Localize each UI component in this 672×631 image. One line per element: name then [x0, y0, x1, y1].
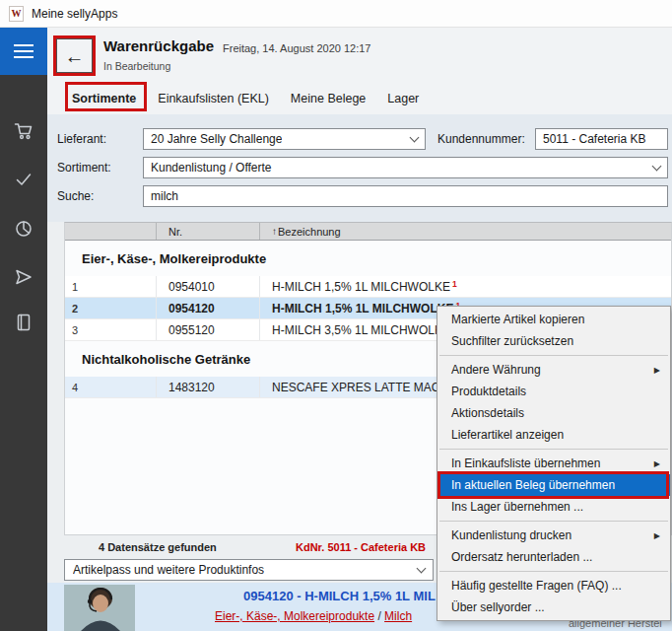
app-logo-icon: W — [9, 6, 24, 22]
back-button[interactable]: ← — [56, 38, 93, 73]
pie-chart-icon — [14, 219, 34, 239]
breadcrumb-link-category[interactable]: Eier-, Käse-, Molkereiprodukte — [215, 609, 374, 623]
tab-sortimente[interactable]: Sortimente — [72, 92, 136, 105]
article-nr-cell: 0954010 — [157, 276, 260, 297]
group-title: Eier-, Käse-, Molkereiprodukte — [82, 251, 266, 266]
search-input[interactable] — [143, 185, 668, 207]
table-header-row: Nr. ↑ Bezeichnung — [65, 223, 671, 241]
title-bar: W Meine sellyApps — [0, 0, 672, 28]
sidebar-item-send[interactable] — [0, 264, 47, 290]
shopping-cart-icon — [14, 121, 34, 141]
sortiment-dropdown[interactable]: Kundenlistung / Offerte — [143, 157, 668, 178]
kundennummer-label: Kundennummer: — [437, 132, 525, 146]
person-photo — [64, 585, 135, 631]
article-name: H-MILCH 3,5% 1L MILCHWOLKE — [272, 323, 450, 337]
menu-item-faq[interactable]: Häufig gestellte Fragen (FAQ) ... — [437, 575, 670, 596]
menu-item-ins-lager-uebernehmen[interactable]: Ins Lager übernehmen ... — [437, 496, 670, 518]
result-count: 4 Datensätze gefunden — [99, 541, 217, 553]
menu-item-in-einkaufsliste-uebernehmen[interactable]: In Einkaufsliste übernehmen▶ — [437, 453, 670, 474]
menu-item-label: Lieferartikel anzeigen — [451, 428, 564, 442]
menu-item-kundenlistung-drucken[interactable]: Kundenlistung drucken▶ — [437, 525, 670, 546]
menu-item-label: Produktdetails — [451, 385, 526, 398]
chevron-down-icon — [652, 161, 662, 171]
sidebar-item-statistics[interactable] — [0, 216, 47, 242]
tab-bar: Sortimente Einkaufslisten (EKL) Meine Be… — [47, 83, 672, 114]
menu-item-suchfilter-zuruecksetzen[interactable]: Suchfilter zurücksetzen — [437, 330, 670, 352]
menu-item-andere-waehrung[interactable]: Andere Währung▶ — [437, 359, 670, 381]
menu-item-label: Häufig gestellte Fragen (FAQ) ... — [451, 579, 622, 593]
column-header-bezeichnung[interactable]: ↑ Bezeichnung — [260, 223, 671, 240]
product-image — [64, 585, 135, 631]
send-icon — [14, 267, 34, 287]
lieferant-dropdown[interactable]: 20 Jahre Selly Challenge — [143, 128, 426, 150]
menu-separator — [439, 355, 668, 356]
breadcrumb-link-subcategory[interactable]: Milch — [384, 609, 412, 623]
hamburger-icon — [14, 44, 34, 58]
menu-item-lieferartikel-anzeigen[interactable]: Lieferartikel anzeigen — [437, 424, 670, 446]
tab-meine-belege[interactable]: Meine Belege — [291, 92, 366, 105]
column-label: Bezeichnung — [278, 226, 341, 238]
row-index-cell: 2 — [65, 298, 157, 318]
article-name: NESCAFE XPRES LATTE MACC — [272, 381, 448, 394]
product-detail-link[interactable]: 0954120 - H-MILCH 1,5% 1L MIL — [243, 589, 436, 603]
chevron-down-icon — [417, 563, 427, 573]
filter-form: Lieferant: 20 Jahre Selly Challenge Kund… — [47, 114, 672, 222]
kundennummer-field[interactable]: 5011 - Cafeteria KB — [535, 128, 668, 150]
group-header-molkereiprodukte: Eier-, Käse-, Molkereiprodukte — [65, 241, 671, 276]
menu-item-label: Markierte Artikel kopieren — [451, 313, 584, 326]
article-nr-cell: 0954120 — [157, 298, 260, 318]
window-title: Meine sellyApps — [32, 7, 117, 21]
menu-item-label: In Einkaufsliste übernehmen — [451, 456, 600, 470]
page-title: Warenrückgabe — [103, 37, 214, 54]
productinfo-dropdown-value: Artikelpass und weitere Produktinfos — [73, 563, 264, 577]
sort-ascending-icon: ↑ — [272, 226, 277, 237]
sortiment-value: Kundenlistung / Offerte — [151, 161, 272, 175]
menu-item-aktionsdetails[interactable]: Aktionsdetails — [437, 402, 670, 424]
context-menu: Markierte Artikel kopieren Suchfilter zu… — [437, 306, 671, 621]
breadcrumb: Eier-, Käse-, Molkereiprodukte / Milch — [215, 609, 412, 623]
table-row[interactable]: 1 0954010 H-MILCH 1,5% 1L MILCHWOLKE 1 — [65, 276, 671, 298]
menu-item-produktdetails[interactable]: Produktdetails — [437, 381, 670, 402]
row-index-cell: 3 — [65, 319, 157, 340]
menu-item-ueber-sellyorder[interactable]: Über sellyorder ... — [437, 596, 670, 618]
article-name: H-MILCH 1,5% 1L MILCHWOLKE — [272, 280, 450, 294]
article-nr-cell: 1483120 — [157, 377, 260, 397]
column-header-nr[interactable]: Nr. — [157, 223, 260, 240]
menu-item-label: In aktuellen Beleg übernehmen — [451, 478, 615, 492]
back-arrow-icon: ← — [65, 46, 85, 66]
tab-einkaufslisten[interactable]: Einkaufslisten (EKL) — [158, 92, 269, 105]
sortiment-label: Sortiment: — [57, 161, 111, 175]
menu-item-in-aktuellen-beleg-uebernehmen[interactable]: In aktuellen Beleg übernehmen — [437, 474, 670, 496]
submenu-arrow-icon: ▶ — [654, 531, 660, 540]
submenu-arrow-icon: ▶ — [654, 459, 660, 468]
menu-item-markierte-artikel-kopieren[interactable]: Markierte Artikel kopieren — [437, 309, 670, 330]
article-name-cell: H-MILCH 1,5% 1L MILCHWOLKE 1 — [260, 276, 671, 297]
menu-item-label: Ordersatz herunterladen ... — [451, 550, 592, 564]
lieferant-label: Lieferant: — [57, 132, 106, 146]
breadcrumb-separator: / — [374, 609, 384, 623]
menu-item-label: Suchfilter zurücksetzen — [451, 334, 573, 348]
column-header-index[interactable] — [65, 223, 157, 240]
menu-separator — [439, 449, 668, 450]
submenu-arrow-icon: ▶ — [654, 366, 660, 375]
customer-number: KdNr. 5011 - Cafeteria KB — [296, 541, 426, 553]
article-nr-cell: 0955120 — [157, 319, 260, 340]
productinfo-dropdown[interactable]: Artikelpass und weitere Produktinfos — [64, 559, 434, 581]
sidebar-item-catalog[interactable] — [0, 310, 47, 335]
lieferant-value: 20 Jahre Selly Challenge — [151, 132, 282, 146]
menu-separator — [439, 571, 668, 572]
hamburger-menu-button[interactable] — [0, 28, 47, 75]
app-window: W Meine sellyApps ← Warenrückgabe Freita… — [0, 0, 672, 631]
kundennummer-value: 5011 - Cafeteria KB — [543, 132, 646, 146]
sidebar-item-cart[interactable] — [0, 118, 47, 144]
status-text: In Bearbeitung — [103, 60, 170, 72]
menu-separator — [439, 521, 668, 522]
menu-item-label: Ins Lager übernehmen ... — [451, 500, 583, 514]
group-title: Nichtalkoholische Getränke — [82, 352, 250, 367]
row-index-cell: 1 — [65, 276, 157, 297]
sidebar-item-check[interactable] — [0, 167, 47, 192]
tab-lager[interactable]: Lager — [387, 92, 419, 105]
menu-item-ordersatz-herunterladen[interactable]: Ordersatz herunterladen ... — [437, 546, 670, 568]
chevron-down-icon — [410, 132, 420, 142]
document-header: ← Warenrückgabe Freitag, 14. August 2020… — [47, 28, 672, 83]
